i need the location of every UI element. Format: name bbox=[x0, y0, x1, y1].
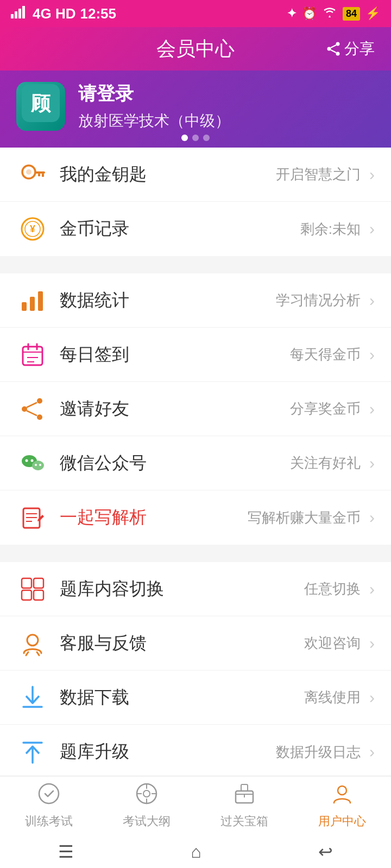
nav-train-exam[interactable]: 训练考试 bbox=[0, 782, 98, 829]
invite-friends-chevron: › bbox=[369, 400, 375, 418]
sys-menu-button[interactable]: ☰ bbox=[58, 841, 74, 862]
svg-line-48 bbox=[26, 652, 28, 655]
profile-info: 请登录 放射医学技术（中级） bbox=[78, 81, 230, 131]
share-button[interactable]: 分享 bbox=[326, 39, 375, 59]
time-display: 12:55 bbox=[80, 5, 116, 22]
wechat-chevron: › bbox=[369, 454, 375, 473]
customer-service-desc: 欢迎咨询 bbox=[304, 634, 361, 653]
svg-point-34 bbox=[32, 461, 44, 470]
daily-checkin-desc: 每天得金币 bbox=[290, 345, 361, 364]
menu-item-golden-key[interactable]: 我的金钥匙 开启智慧之门 › bbox=[0, 148, 391, 202]
nav-exam-outline[interactable]: 考试大纲 bbox=[98, 782, 195, 829]
svg-point-4 bbox=[336, 42, 340, 46]
status-bar: 4G HD 12:55 ✦ ⏰ 84 ⚡ bbox=[0, 0, 391, 27]
svg-rect-43 bbox=[22, 578, 31, 588]
customer-service-chevron: › bbox=[369, 634, 375, 653]
upgrade-icon bbox=[16, 736, 49, 768]
signal-icon bbox=[11, 5, 28, 22]
bottom-nav: 训练考试 考试大纲 过关宝箱 bbox=[0, 776, 391, 835]
daily-checkin-icon bbox=[16, 339, 49, 371]
data-download-chevron: › bbox=[369, 688, 375, 707]
upgrade-chevron: › bbox=[369, 743, 375, 761]
golden-key-desc: 开启智慧之门 bbox=[276, 165, 361, 184]
avatar: 顾 bbox=[16, 82, 65, 131]
daily-checkin-chevron: › bbox=[369, 346, 375, 364]
data-download-label: 数据下载 bbox=[60, 686, 304, 710]
svg-line-8 bbox=[331, 50, 336, 53]
treasure-box-label: 过关宝箱 bbox=[220, 813, 268, 829]
network-type: 4G HD bbox=[33, 5, 75, 22]
battery-level: 84 bbox=[343, 7, 360, 21]
svg-rect-0 bbox=[11, 14, 14, 18]
sys-back-button[interactable]: ↩ bbox=[318, 841, 333, 862]
menu-item-switch-content[interactable]: 题库内容切换 任意切换 › bbox=[0, 562, 391, 616]
svg-point-38 bbox=[39, 464, 41, 466]
svg-rect-1 bbox=[15, 11, 17, 18]
nav-treasure-box[interactable]: 过关宝箱 bbox=[195, 782, 293, 829]
svg-line-49 bbox=[37, 652, 39, 655]
exam-outline-label: 考试大纲 bbox=[123, 813, 171, 829]
invite-friends-desc: 分享奖金币 bbox=[290, 399, 361, 418]
login-prompt[interactable]: 请登录 bbox=[78, 81, 230, 106]
svg-point-56 bbox=[143, 790, 150, 797]
menu-item-coin-record[interactable]: ¥ 金币记录 剩余:未知 › bbox=[0, 202, 391, 256]
data-stats-label: 数据统计 bbox=[60, 289, 276, 312]
menu-item-daily-checkin[interactable]: 每日签到 每天得金币 › bbox=[0, 328, 391, 382]
treasure-box-icon bbox=[233, 782, 256, 810]
svg-text:顾: 顾 bbox=[30, 92, 51, 114]
golden-key-icon bbox=[16, 158, 49, 191]
svg-rect-20 bbox=[30, 297, 35, 311]
svg-rect-63 bbox=[241, 784, 248, 791]
menu-item-invite-friends[interactable]: 邀请好友 分享奖金币 › bbox=[0, 382, 391, 436]
dot-1 bbox=[181, 135, 188, 141]
exam-outline-icon bbox=[135, 782, 158, 810]
header: 会员中心 分享 bbox=[0, 27, 391, 71]
write-analysis-label: 一起写解析 bbox=[60, 506, 248, 529]
svg-rect-15 bbox=[38, 174, 40, 176]
svg-line-7 bbox=[331, 45, 336, 48]
data-stats-chevron: › bbox=[369, 291, 375, 310]
menu-item-wechat[interactable]: 微信公众号 关注有好礼 › bbox=[0, 436, 391, 490]
svg-line-31 bbox=[27, 403, 37, 407]
daily-checkin-label: 每日签到 bbox=[60, 343, 290, 367]
menu-item-customer-service[interactable]: 客服与反馈 欢迎咨询 › bbox=[0, 616, 391, 671]
sys-home-button[interactable]: ⌂ bbox=[191, 842, 201, 862]
menu-item-upgrade[interactable]: 题库升级 数据升级日志 › bbox=[0, 725, 391, 779]
nav-user-center[interactable]: 用户中心 bbox=[293, 782, 391, 829]
svg-point-36 bbox=[31, 459, 34, 462]
svg-rect-2 bbox=[18, 9, 21, 18]
menu-item-data-download[interactable]: 数据下载 离线使用 › bbox=[0, 671, 391, 725]
section-features: 数据统计 学习情况分析 › 每日签到 每天得金币 › bbox=[0, 273, 391, 545]
invite-friends-label: 邀请好友 bbox=[60, 397, 290, 421]
train-exam-label: 训练考试 bbox=[25, 813, 73, 829]
menu-item-data-stats[interactable]: 数据统计 学习情况分析 › bbox=[0, 273, 391, 328]
coin-record-chevron: › bbox=[369, 220, 375, 238]
user-center-label: 用户中心 bbox=[318, 813, 366, 829]
gap-2 bbox=[0, 553, 391, 562]
upgrade-desc: 数据升级日志 bbox=[276, 743, 361, 762]
train-exam-icon bbox=[37, 782, 60, 810]
svg-point-54 bbox=[39, 784, 59, 803]
dot-2 bbox=[192, 135, 199, 141]
dot-3 bbox=[203, 135, 210, 141]
subject-label: 放射医学技术（中级） bbox=[78, 111, 230, 131]
write-analysis-icon bbox=[16, 501, 49, 534]
svg-point-65 bbox=[338, 786, 346, 795]
coin-icon: ¥ bbox=[16, 213, 49, 245]
alarm-icon: ⏰ bbox=[302, 7, 317, 21]
write-analysis-chevron: › bbox=[369, 508, 375, 527]
gap-1 bbox=[0, 265, 391, 273]
svg-rect-21 bbox=[38, 291, 43, 311]
svg-point-37 bbox=[35, 464, 37, 466]
svg-point-5 bbox=[327, 47, 331, 51]
svg-rect-44 bbox=[34, 578, 43, 588]
share-label: 分享 bbox=[344, 39, 375, 59]
coin-record-label: 金币记录 bbox=[60, 217, 300, 241]
svg-point-47 bbox=[27, 635, 38, 646]
svg-rect-45 bbox=[22, 590, 31, 600]
menu-item-write-analysis[interactable]: 一起写解析 写解析赚大量金币 › bbox=[0, 490, 391, 545]
svg-point-30 bbox=[37, 414, 42, 420]
svg-point-6 bbox=[336, 52, 340, 56]
switch-content-desc: 任意切换 bbox=[304, 579, 361, 598]
data-stats-desc: 学习情况分析 bbox=[276, 291, 361, 310]
